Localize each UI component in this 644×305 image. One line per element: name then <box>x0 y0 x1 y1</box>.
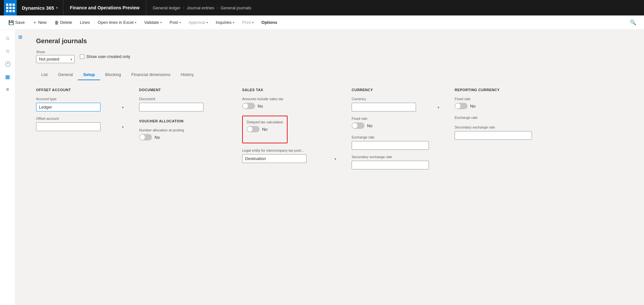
currency-fixed-rate-label: Fixed rate <box>352 117 442 120</box>
approval-chevron-icon: ▾ <box>206 21 208 24</box>
legal-entity-field: Legal entity for intercompany tax post..… <box>242 148 339 163</box>
offset-account-label: Offset account <box>36 117 126 120</box>
print-button[interactable]: Print ▾ <box>239 18 257 27</box>
page-title: General journals <box>36 37 634 45</box>
brand-section[interactable]: Dynamics 365 ▾ <box>17 0 63 15</box>
reporting-fixed-rate-toggle[interactable] <box>455 103 468 109</box>
currency-fixed-rate-toggle-row: No <box>352 122 442 129</box>
currency-select[interactable] <box>352 103 416 111</box>
toggle-knob <box>140 135 145 140</box>
sidebar-recent-icon[interactable]: 🕐 <box>2 58 14 70</box>
reporting-secondary-exchange-rate-field: Secondary exchange rate <box>455 125 551 140</box>
currency-title: CURRENCY <box>352 88 442 92</box>
reporting-currency-title: REPORTING CURRENCY <box>455 88 551 92</box>
sidebar-favorites-icon[interactable]: ☆ <box>2 45 14 57</box>
save-icon: 💾 <box>8 20 14 25</box>
save-button[interactable]: 💾 Save <box>5 18 28 27</box>
delayed-tax-calculation-highlight: Delayed tax calculation No <box>242 116 288 143</box>
search-icon: 🔍 <box>630 20 636 25</box>
breadcrumb: General ledger › Journal entries › Gener… <box>146 5 640 10</box>
number-allocation-toggle[interactable] <box>139 134 152 140</box>
show-user-created-label[interactable]: Show user-created only <box>86 54 130 59</box>
sidebar-home-icon[interactable]: ⌂ <box>2 32 14 44</box>
sidebar-workspaces-icon[interactable]: ▦ <box>2 71 14 82</box>
reporting-secondary-exchange-rate-input[interactable] <box>455 131 532 140</box>
account-type-label: Account type <box>36 97 126 101</box>
waffle-menu[interactable] <box>4 0 17 15</box>
validate-button[interactable]: Validate ▾ <box>141 18 165 27</box>
amounts-include-toggle-row: No <box>242 103 339 109</box>
secondary-exchange-rate-input[interactable] <box>352 161 429 169</box>
offset-account-section: OFFSET ACCOUNT Account type Ledger Custo… <box>36 88 126 136</box>
offset-account-select[interactable] <box>36 122 100 131</box>
legal-entity-select[interactable]: Destination Source <box>242 154 307 163</box>
sidebar-modules-icon[interactable]: ≡ <box>2 84 14 95</box>
reporting-fixed-rate-no-label: No <box>470 104 476 109</box>
reporting-secondary-exchange-rate-label: Secondary exchange rate <box>455 125 551 129</box>
reporting-fixed-rate-label: Fixed rate <box>455 97 551 101</box>
show-select[interactable]: Not posted Posted All <box>36 55 75 63</box>
amounts-include-sales-tax-toggle[interactable] <box>242 103 255 109</box>
offset-account-field: Offset account <box>36 117 126 131</box>
reporting-fixed-rate-field: Fixed rate No <box>455 97 551 110</box>
account-type-field: Account type Ledger Customer Vendor <box>36 97 126 111</box>
number-allocation-field: Number allocation at posting No <box>139 128 229 142</box>
breadcrumb-item-2: General journals <box>221 5 251 10</box>
filter-icon[interactable]: ⊞ <box>16 32 24 42</box>
account-type-select[interactable]: Ledger Customer Vendor <box>36 103 100 111</box>
validate-chevron-icon: ▾ <box>160 21 162 24</box>
currency-field: Currency <box>352 97 442 111</box>
brand-chevron-icon: ▾ <box>56 6 58 10</box>
legal-entity-select-wrap: Destination Source <box>242 154 339 163</box>
open-lines-in-excel-button[interactable]: Open lines in Excel ▾ <box>94 18 139 27</box>
show-select-wrapper: Not posted Posted All ▾ <box>36 55 75 63</box>
main-content: General journals Show Not posted Posted … <box>26 30 644 305</box>
reporting-exchange-rate-label: Exchange rate <box>455 116 551 119</box>
secondary-exchange-rate-field: Secondary exchange rate <box>352 155 442 169</box>
new-button[interactable]: ＋ New <box>29 18 50 27</box>
print-chevron-icon: ▾ <box>252 21 254 24</box>
post-button[interactable]: Post ▾ <box>166 18 184 27</box>
amounts-include-sales-tax-label: Amounts include sales tax <box>242 97 339 101</box>
sidebar: ⌂ ☆ 🕐 ▦ ≡ <box>0 30 15 305</box>
tabs: List General Setup Blocking Financial di… <box>36 70 634 80</box>
tab-history[interactable]: History <box>175 70 199 80</box>
approval-button[interactable]: Approval ▾ <box>185 18 211 27</box>
breadcrumb-sep-1: › <box>217 6 218 10</box>
document-title: DOCUMENT <box>139 88 229 92</box>
currency-section: CURRENCY Currency Fixed rate <box>352 88 442 175</box>
show-field: Show Not posted Posted All ▾ <box>36 50 75 63</box>
show-row: Show Not posted Posted All ▾ Show user-c… <box>36 50 634 63</box>
lines-button[interactable]: Lines <box>77 18 93 27</box>
delayed-tax-no-label: No <box>262 127 268 132</box>
reporting-currency-section: REPORTING CURRENCY Fixed rate No Exchang… <box>455 88 551 145</box>
exchange-rate-input[interactable] <box>352 141 429 150</box>
legal-entity-label: Legal entity for intercompany tax post..… <box>242 148 339 152</box>
sales-tax-section: SALES TAX Amounts include sales tax No D… <box>242 88 339 168</box>
inquiries-button[interactable]: Inquiries ▾ <box>213 18 238 27</box>
currency-fixed-rate-toggle[interactable] <box>352 122 365 129</box>
tab-list[interactable]: List <box>36 70 53 80</box>
delayed-tax-calculation-field: Delayed tax calculation No <box>247 120 283 134</box>
tab-general[interactable]: General <box>53 70 78 80</box>
delayed-tax-calculation-toggle[interactable] <box>247 126 260 132</box>
document-section: DOCUMENT Document VOUCHER ALLOCATION Num… <box>139 88 229 147</box>
breadcrumb-item-0[interactable]: General ledger <box>153 5 180 10</box>
tab-blocking[interactable]: Blocking <box>100 70 126 80</box>
tab-financial-dimensions[interactable]: Financial dimensions <box>126 70 175 80</box>
reporting-exchange-rate-field: Exchange rate <box>455 116 551 120</box>
options-button[interactable]: Options <box>258 18 280 27</box>
tab-setup[interactable]: Setup <box>78 70 100 80</box>
post-chevron-icon: ▾ <box>179 21 181 24</box>
document-input[interactable] <box>139 103 204 111</box>
sales-tax-title: SALES TAX <box>242 88 339 92</box>
search-button[interactable]: 🔍 <box>627 17 639 27</box>
show-user-created-row: Show user-created only <box>80 54 130 59</box>
breadcrumb-item-1[interactable]: Journal entries <box>187 5 214 10</box>
currency-select-wrap <box>352 103 442 111</box>
reporting-fixed-rate-knob <box>455 103 460 109</box>
show-user-created-checkbox[interactable] <box>80 54 84 59</box>
delayed-tax-knob <box>247 127 252 132</box>
delete-button[interactable]: 🗑 Delete <box>51 18 76 27</box>
offset-account-select-wrap <box>36 122 126 131</box>
